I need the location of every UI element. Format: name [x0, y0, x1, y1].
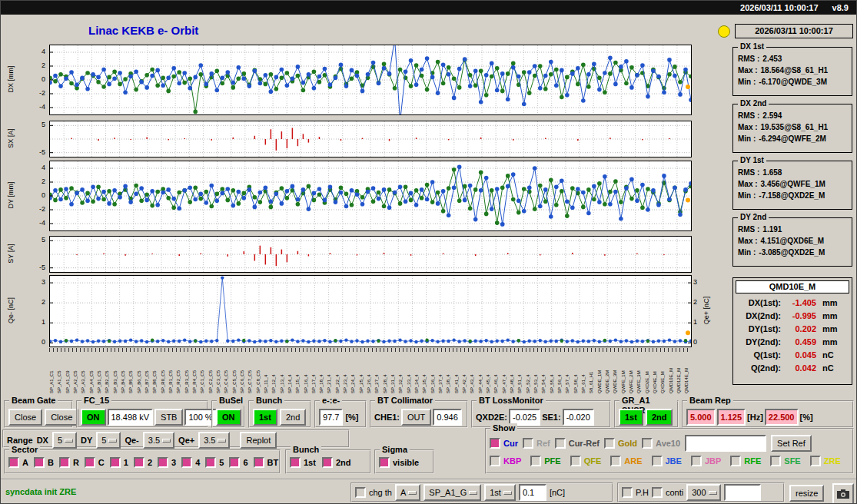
- x-axis-label: QMD12E_M: [676, 353, 682, 393]
- sigma-visible-checkbox[interactable]: visible: [379, 457, 419, 468]
- show-checkbox-jbp[interactable]: JBP: [691, 456, 721, 466]
- beam-gate-close-button-1[interactable]: Close: [8, 409, 42, 426]
- range-qem-select[interactable]: 3.5: [143, 432, 174, 449]
- x-axis-label: SP_56_4: [557, 353, 563, 393]
- sector-checkbox-bt[interactable]: BT: [254, 457, 279, 468]
- x-axis-label: SP_B2_C5: [105, 353, 110, 393]
- show-checkbox-sfe[interactable]: SFE: [770, 456, 800, 466]
- x-axis-label: SP_B3_C5: [113, 353, 118, 393]
- set-ref-input[interactable]: [685, 435, 766, 452]
- beam-rate-field: 1.125: [717, 409, 746, 426]
- show-checkbox-kbp[interactable]: KBP: [490, 456, 521, 466]
- range-dy-label: DY: [81, 436, 92, 445]
- status-message: syncdata init ZRE: [5, 487, 76, 496]
- x-axis-label: SP_41_4: [454, 353, 460, 393]
- sector-checkbox-4[interactable]: 4: [181, 457, 200, 468]
- range-qep-select[interactable]: 3.5: [198, 432, 230, 449]
- rms-value: 1.191: [762, 224, 782, 235]
- rms-label: RMS :: [738, 110, 759, 121]
- qmd-row-label: Q(1st):: [733, 349, 781, 362]
- x-axis-label: SP_C2_C5: [208, 353, 214, 393]
- ph-checkbox[interactable]: P.H: [622, 487, 649, 498]
- show-checkbox-jbe[interactable]: JBE: [652, 456, 682, 466]
- se1-value-field: -0.020: [563, 409, 594, 426]
- bunch-checkbox-2nd[interactable]: 2nd: [322, 457, 351, 468]
- qmd-row-value: 0.042: [781, 362, 816, 375]
- show-checkbox-ref[interactable]: Ref: [523, 438, 550, 449]
- show-checkbox-gold[interactable]: Gold: [604, 438, 637, 449]
- show-checkbox-are[interactable]: ARE: [610, 456, 642, 466]
- che1-out-button[interactable]: OUT: [401, 409, 431, 426]
- x-axis-label: SP_42_4: [462, 353, 467, 393]
- bunch-2nd-button[interactable]: 2nd: [280, 409, 306, 426]
- sector-checkbox-c[interactable]: C: [85, 457, 105, 468]
- sector-checkbox-6[interactable]: 6: [229, 457, 247, 468]
- min-value: -7.158@QXD2E_M: [759, 190, 825, 201]
- sector-select[interactable]: A: [395, 484, 420, 501]
- replot-button[interactable]: Replot: [240, 432, 277, 449]
- show-checkbox-cur[interactable]: Cur: [490, 438, 518, 449]
- fc15-on-button[interactable]: ON: [81, 409, 106, 426]
- checkbox-indicator: [322, 457, 333, 468]
- spare-input[interactable]: [724, 484, 761, 501]
- x-axis-label: SP_B4_C5: [121, 353, 126, 393]
- show-checkbox-qfe[interactable]: QFE: [570, 456, 602, 466]
- bunch-checkbox-1st[interactable]: 1st: [290, 457, 316, 468]
- timestamp-box: 2026/03/11 10:00:17: [735, 24, 853, 38]
- x-axis-label: SP_43_4: [470, 353, 475, 393]
- qmd10e-monitor-box: QMD10E_M DX(1st):-1.405mm DX(2nd):-0.995…: [732, 277, 852, 385]
- rms-value: 1.658: [762, 167, 782, 178]
- max-label: Max :: [738, 65, 758, 76]
- qe-y-tick-label: 3: [25, 278, 45, 286]
- range-dx-select[interactable]: 5: [52, 432, 77, 449]
- bunch-1st-button[interactable]: 1st: [253, 409, 277, 426]
- show-checkbox-ave10[interactable]: Ave10: [642, 438, 680, 449]
- x-axis-label: SP_15_4: [295, 353, 301, 393]
- fc15-stb-button[interactable]: STB: [154, 409, 183, 426]
- max-value: 3.456@QWFE_1M: [761, 178, 825, 190]
- resize-button[interactable]: resize: [789, 485, 824, 502]
- show-checkbox-cur-ref[interactable]: Cur-Ref: [555, 438, 600, 449]
- bunch-select[interactable]: 1st: [484, 484, 516, 501]
- checkbox-indicator: [34, 457, 45, 468]
- x-axis-label: SP_22_4: [335, 353, 340, 393]
- x-axis-label: QXD2E_M: [645, 353, 650, 393]
- screenshot-button[interactable]: [832, 483, 854, 504]
- set-ref-button[interactable]: Set Ref: [771, 435, 812, 452]
- sector-checkbox-r[interactable]: R: [59, 457, 79, 468]
- show-checkbox-zre[interactable]: ZRE: [810, 456, 841, 466]
- sector-checkbox-2[interactable]: 2: [134, 457, 152, 468]
- sector-checkbox-1[interactable]: 1: [110, 457, 128, 468]
- x-axis-label: SP_A4_C5: [89, 353, 95, 393]
- range-dy-select[interactable]: 5: [96, 432, 121, 449]
- conti-checkbox[interactable]: conti: [652, 487, 683, 498]
- x-axis-label: SP_47_4: [502, 353, 507, 393]
- sector-checkbox-5[interactable]: 5: [205, 457, 224, 468]
- sector-checkbox-b[interactable]: B: [34, 457, 54, 468]
- count-select[interactable]: 300: [686, 484, 720, 501]
- dx-y-axis-label: DX [mm]: [7, 66, 15, 93]
- stat-group-label: DX 1st: [738, 42, 766, 51]
- che1-label: CHE1:: [374, 413, 400, 422]
- chg-th-checkbox[interactable]: chg th: [355, 487, 392, 498]
- sx-plot-row: SX [A]5-5: [1, 121, 716, 156]
- gr-a1-1st-button[interactable]: 1st: [619, 409, 643, 426]
- max-value: 19.535@S8_61_H1: [761, 121, 829, 133]
- show-checkbox-pfe[interactable]: PFE: [530, 456, 560, 466]
- qmd-row-unit: mm: [822, 297, 838, 310]
- x-axis-ticks: [49, 348, 690, 352]
- show-checkbox-rfe[interactable]: RFE: [730, 456, 761, 466]
- busel-on-button[interactable]: ON: [216, 409, 241, 426]
- sector-checkbox-a[interactable]: A: [8, 457, 28, 468]
- x-axis-label: SP_61_4: [581, 353, 586, 393]
- beam-gate-close-button-2[interactable]: Close: [45, 409, 78, 426]
- gr-a1-2nd-button[interactable]: 2nd: [646, 409, 673, 426]
- bpm-select[interactable]: SP_A1_G: [424, 484, 481, 501]
- x-axis-label: QMD10E_M: [669, 353, 674, 393]
- nc-unit-label: [nC]: [550, 488, 565, 497]
- x-axis-label: SP_52_4: [526, 353, 531, 393]
- threshold-input[interactable]: 0.1: [519, 484, 546, 501]
- qmd-title: QMD10E_M: [736, 280, 849, 293]
- x-axis-label: SP_R4_C5: [192, 353, 198, 393]
- sector-checkbox-3[interactable]: 3: [158, 457, 176, 468]
